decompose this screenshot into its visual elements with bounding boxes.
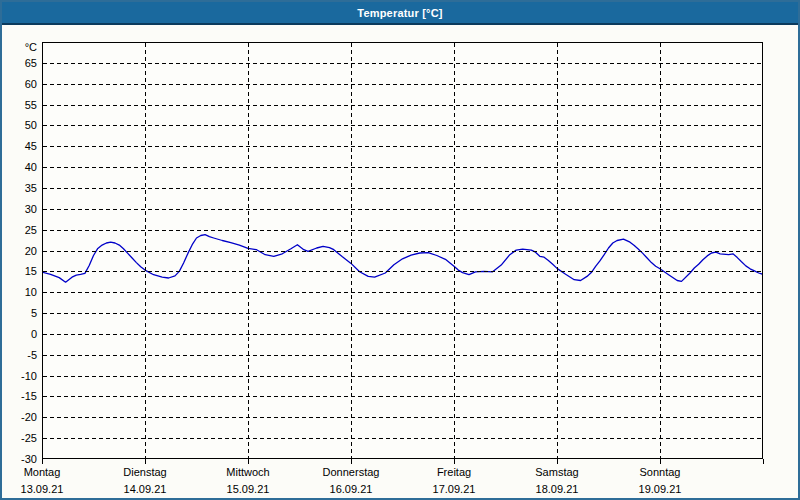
- h-gridline: [43, 292, 762, 293]
- x-day-label: Samstag: [507, 466, 607, 479]
- y-tick-label: 15: [2, 264, 37, 278]
- y-tick-label: 50: [2, 118, 37, 132]
- x-date-label: 14.09.21: [95, 483, 195, 496]
- x-day-label: Sonntag: [610, 466, 710, 479]
- x-date-label: 17.09.21: [404, 483, 504, 496]
- x-axis-tick: [248, 459, 249, 464]
- v-gridline: [351, 43, 352, 458]
- y-tick-label: -10: [2, 369, 37, 383]
- y-tick-label: 40: [2, 160, 37, 174]
- y-tick-label: 10: [2, 285, 37, 299]
- temperature-line: [43, 235, 762, 283]
- x-date-label: 13.09.21: [0, 483, 92, 496]
- x-axis-tick: [42, 459, 43, 464]
- h-gridline: [43, 334, 762, 335]
- y-tick-label: 5: [2, 306, 37, 320]
- window-title: Temperatur [°C]: [357, 7, 442, 19]
- y-tick-label: 30: [2, 202, 37, 216]
- x-date-label: 19.09.21: [610, 483, 710, 496]
- y-tick-label: 55: [2, 98, 37, 112]
- h-gridline: [43, 417, 762, 418]
- x-date-label: 18.09.21: [507, 483, 607, 496]
- y-tick-label: -25: [2, 431, 37, 445]
- x-day-label: Freitag: [404, 466, 504, 479]
- x-date-label: 15.09.21: [198, 483, 298, 496]
- chart-window: Temperatur [°C] °C6560555045403530252015…: [0, 0, 800, 500]
- x-day-label: Donnerstag: [301, 466, 401, 479]
- h-gridline: [43, 271, 762, 272]
- v-gridline: [557, 43, 558, 458]
- h-gridline: [43, 230, 762, 231]
- window-title-bar[interactable]: Temperatur [°C]: [2, 2, 798, 25]
- v-gridline: [145, 43, 146, 458]
- h-gridline: [43, 125, 762, 126]
- h-gridline: [43, 251, 762, 252]
- h-gridline: [43, 84, 762, 85]
- x-day-label: Mittwoch: [198, 466, 298, 479]
- v-gridline: [248, 43, 249, 458]
- h-gridline: [43, 167, 762, 168]
- x-axis-tick: [145, 459, 146, 464]
- v-gridline: [454, 43, 455, 458]
- x-day-label: Montag: [0, 466, 92, 479]
- y-tick-label: 25: [2, 223, 37, 237]
- h-gridline: [43, 146, 762, 147]
- y-tick-label: 60: [2, 77, 37, 91]
- x-axis-tick: [763, 459, 764, 464]
- x-axis-tick: [454, 459, 455, 464]
- y-tick-label: -20: [2, 410, 37, 424]
- x-axis-tick: [660, 459, 661, 464]
- x-day-label: Dienstag: [95, 466, 195, 479]
- h-gridline: [43, 313, 762, 314]
- y-tick-label: 35: [2, 181, 37, 195]
- y-tick-label: -30: [2, 452, 37, 466]
- y-tick-label: 65: [2, 56, 37, 70]
- y-axis-unit-label: °C: [2, 40, 37, 54]
- y-tick-label: 0: [2, 327, 37, 341]
- y-tick-label: -15: [2, 389, 37, 403]
- y-tick-label: 20: [2, 244, 37, 258]
- h-gridline: [43, 355, 762, 356]
- h-gridline: [43, 376, 762, 377]
- x-date-label: 16.09.21: [301, 483, 401, 496]
- h-gridline: [43, 105, 762, 106]
- h-gridline: [43, 63, 762, 64]
- x-axis-tick: [557, 459, 558, 464]
- v-gridline: [660, 43, 661, 458]
- h-gridline: [43, 438, 762, 439]
- x-axis-tick: [351, 459, 352, 464]
- h-gridline: [43, 209, 762, 210]
- y-tick-label: 45: [2, 139, 37, 153]
- y-tick-label: -5: [2, 348, 37, 362]
- h-gridline: [43, 396, 762, 397]
- h-gridline: [43, 188, 762, 189]
